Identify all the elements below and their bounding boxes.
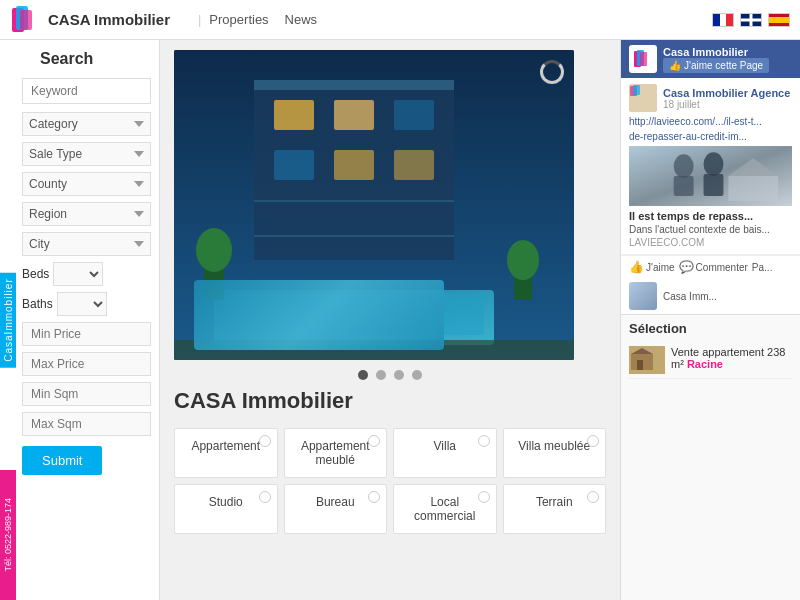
phone-number: Tél: 0522-989-174 — [3, 498, 13, 572]
fb-post-link-2[interactable]: de-repasser-au-credit-im... — [629, 131, 792, 142]
right-panel: Casa Immobilier 👍 J'aime cette Page — [620, 40, 800, 600]
logo[interactable]: CASA Immobilier — [10, 4, 170, 36]
prop-radio-local-commercial — [478, 491, 490, 503]
svg-rect-12 — [254, 200, 454, 202]
fb-page-name: Casa Immobilier — [663, 46, 769, 58]
prop-type-villa[interactable]: Villa — [393, 428, 497, 478]
slide-dot-3[interactable] — [394, 370, 404, 380]
svg-rect-7 — [334, 100, 374, 130]
svg-rect-29 — [674, 176, 694, 196]
logo-icon — [10, 4, 42, 36]
city-select[interactable]: City — [22, 232, 151, 256]
keyword-input[interactable] — [22, 78, 151, 104]
prop-type-studio[interactable]: Studio — [174, 484, 278, 534]
facebook-widget: Casa Immobilier 👍 J'aime cette Page — [621, 40, 800, 315]
svg-point-18 — [196, 228, 232, 272]
slider-building — [174, 50, 574, 360]
fb-page-title: Casa Immobilier 👍 J'aime cette Page — [663, 46, 769, 73]
prop-radio-villa — [478, 435, 490, 447]
min-sqm-input[interactable] — [22, 382, 151, 406]
fb-header: Casa Immobilier 👍 J'aime cette Page — [621, 40, 800, 78]
max-price-input[interactable] — [22, 352, 151, 376]
max-sqm-input[interactable] — [22, 412, 151, 436]
fb-next-avatar — [629, 282, 657, 310]
svg-rect-9 — [274, 150, 314, 180]
prop-type-local-commercial[interactable]: Local commercial — [393, 484, 497, 534]
language-switcher — [712, 13, 790, 27]
sidebar: › CasaImmobilier Search Category Sale Ty… — [0, 40, 160, 600]
svg-rect-23 — [640, 52, 647, 66]
thumb-icon: 👍 — [629, 260, 644, 274]
main-content: CASA Immobilier Appartement Appartement … — [160, 40, 620, 600]
flag-fr[interactable] — [712, 13, 734, 27]
fb-post-desc: Dans l'actuel contexte de bais... — [629, 224, 792, 235]
svg-rect-13 — [254, 235, 454, 237]
logo-text: CASA Immobilier — [48, 11, 170, 28]
selection-title: Sélection — [629, 321, 792, 336]
nav-separator: | — [198, 12, 201, 27]
county-select[interactable]: County — [22, 172, 151, 196]
svg-rect-37 — [637, 360, 643, 370]
prop-type-terrain[interactable]: Terrain — [503, 484, 607, 534]
fb-thumb-icon: 👍 — [669, 60, 681, 71]
fb-actions: 👍 J'aime 💬 Commenter Pa... — [621, 255, 800, 278]
slider-image — [174, 50, 574, 360]
region-select[interactable]: Region — [22, 202, 151, 226]
svg-rect-31 — [704, 174, 724, 196]
slide-dot-1[interactable] — [358, 370, 368, 380]
main-layout: › CasaImmobilier Search Category Sale Ty… — [0, 40, 800, 600]
slider-dots — [358, 370, 422, 380]
svg-rect-16 — [174, 340, 574, 360]
prop-type-appartement[interactable]: Appartement — [174, 428, 278, 478]
selection-thumbnail — [629, 346, 665, 374]
svg-rect-8 — [394, 100, 434, 130]
sale-type-select[interactable]: Sale Type — [22, 142, 151, 166]
beds-select[interactable] — [53, 262, 103, 286]
selection-section: Sélection Vente appartement 238 m² Racin… — [621, 315, 800, 385]
prop-type-bureau[interactable]: Bureau — [284, 484, 388, 534]
selection-item[interactable]: Vente appartement 238 m² Racine — [629, 342, 792, 379]
baths-select[interactable] — [57, 292, 107, 316]
loading-spinner — [540, 60, 564, 84]
fb-post-meta: Casa Immobilier Agence 18 juillet — [663, 87, 790, 110]
fb-share-action[interactable]: Pa... — [752, 260, 773, 274]
slide-dot-4[interactable] — [412, 370, 422, 380]
nav-link-properties[interactable]: Properties — [209, 12, 268, 27]
svg-point-20 — [507, 240, 539, 280]
prop-radio-appartement-meuble — [368, 435, 380, 447]
beds-label: Beds — [22, 267, 49, 281]
min-price-input[interactable] — [22, 322, 151, 346]
svg-rect-5 — [254, 80, 454, 90]
fb-comment-action[interactable]: 💬 Commenter — [679, 260, 748, 274]
slide-dot-2[interactable] — [376, 370, 386, 380]
fb-post-date: 18 juillet — [663, 99, 790, 110]
prop-radio-terrain — [587, 491, 599, 503]
prop-radio-bureau — [368, 491, 380, 503]
svg-point-28 — [674, 154, 694, 178]
fb-post-link-1[interactable]: http://lavieeco.com/.../il-est-t... — [629, 116, 792, 127]
prop-type-villa-meublee[interactable]: Villa meublée — [503, 428, 607, 478]
svg-point-30 — [704, 152, 724, 176]
fb-like-action[interactable]: 👍 J'aime — [629, 260, 675, 274]
svg-rect-15 — [224, 295, 484, 335]
svg-rect-32 — [728, 176, 778, 201]
sel-thumb-img — [629, 346, 665, 374]
svg-rect-10 — [334, 150, 374, 180]
nav-link-news[interactable]: News — [285, 12, 318, 27]
flag-uk[interactable] — [740, 13, 762, 27]
fb-like-button[interactable]: 👍 J'aime cette Page — [663, 58, 769, 73]
category-select[interactable]: Category — [22, 112, 151, 136]
beds-baths-row: Beds — [22, 262, 151, 286]
slide-title: CASA Immobilier — [174, 388, 606, 414]
svg-rect-11 — [394, 150, 434, 180]
submit-button[interactable]: Submit — [22, 446, 102, 475]
phone-bar: Tél: 0522-989-174 — [0, 470, 16, 600]
property-type-grid: Appartement Appartement meublé Villa Vil… — [174, 428, 606, 534]
selection-highlight: Racine — [687, 358, 723, 370]
fb-post-source: LAVIEECO.COM — [629, 237, 792, 248]
search-title: Search — [40, 50, 151, 68]
fb-post-title: Il est temps de repass... — [629, 210, 792, 222]
prop-type-appartement-meuble[interactable]: Appartement meublé — [284, 428, 388, 478]
flag-es[interactable] — [768, 13, 790, 27]
fb-logo-small — [629, 45, 657, 73]
